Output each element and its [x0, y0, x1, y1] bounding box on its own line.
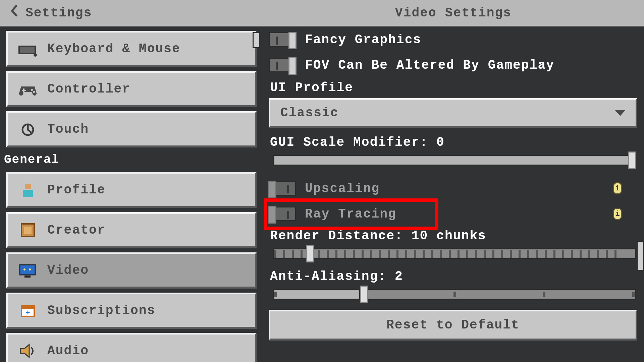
ray-tracing-label: Ray Tracing [305, 207, 396, 221]
svg-rect-9 [23, 190, 33, 197]
ui-profile-heading: UI Profile [270, 80, 637, 95]
reset-label: Reset to Default [386, 318, 520, 332]
anti-aliasing-label: Anti-Aliasing: 2 [270, 269, 637, 284]
gui-scale-label: GUI Scale Modifier: 0 [270, 135, 637, 149]
info-icon[interactable]: i [613, 208, 622, 220]
fov-label: FOV Can Be Altered By Gameplay [305, 58, 554, 72]
svg-marker-19 [20, 345, 29, 357]
svg-point-14 [23, 268, 25, 270]
reset-to-default-button[interactable]: Reset to Default [269, 310, 637, 341]
header: Settings Video Settings [0, 0, 644, 27]
upscaling-row: Upscaling i [269, 176, 637, 201]
ui-profile-value: Classic [280, 106, 339, 120]
svg-point-6 [33, 91, 35, 93]
subscriptions-icon: + [18, 302, 38, 319]
info-icon[interactable]: i [613, 182, 622, 194]
sidebar-section-general: General [0, 152, 263, 168]
fancy-graphics-toggle[interactable] [269, 32, 296, 47]
creator-icon [18, 222, 38, 239]
touch-icon [18, 121, 38, 138]
app-body: Keyboard & Mouse Controller Touch Genera… [0, 27, 644, 362]
sidebar-item-label: Creator [47, 223, 106, 237]
upscaling-label: Upscaling [305, 181, 380, 196]
svg-rect-17 [21, 306, 34, 309]
fancy-graphics-row: Fancy Graphics [269, 27, 637, 52]
anti-aliasing-slider[interactable] [273, 287, 636, 302]
chevron-left-icon [10, 4, 19, 17]
sidebar-item-controller[interactable]: Controller [6, 71, 257, 107]
sidebar-item-video[interactable]: Video [6, 252, 257, 289]
svg-rect-4 [22, 90, 26, 91]
svg-point-2 [34, 53, 37, 57]
sidebar-item-creator[interactable]: Creator [6, 212, 257, 248]
sidebar-scrollbar[interactable] [253, 32, 260, 48]
upscaling-toggle [269, 181, 296, 196]
ui-profile-dropdown[interactable]: Classic [269, 98, 637, 128]
sidebar: Keyboard & Mouse Controller Touch Genera… [0, 27, 263, 362]
video-icon [18, 262, 38, 279]
svg-point-15 [29, 268, 31, 270]
sidebar-item-label: Keyboard & Mouse [47, 42, 180, 56]
fov-toggle[interactable] [269, 58, 296, 72]
page-title: Video Settings [263, 6, 644, 20]
sidebar-item-profile[interactable]: Profile [6, 172, 257, 208]
fancy-graphics-label: Fancy Graphics [305, 33, 421, 47]
svg-rect-8 [25, 184, 31, 189]
sidebar-item-keyboard[interactable]: Keyboard & Mouse [6, 31, 257, 67]
render-distance-slider[interactable] [273, 246, 636, 261]
chevron-down-icon [615, 110, 626, 116]
sidebar-item-touch[interactable]: Touch [6, 111, 257, 147]
sidebar-item-label: Touch [47, 122, 89, 136]
svg-rect-11 [24, 227, 32, 234]
sidebar-item-label: Audio [47, 344, 89, 358]
ray-tracing-toggle [269, 206, 296, 221]
profile-icon [18, 182, 38, 198]
gui-scale-slider[interactable] [273, 153, 636, 168]
fov-row: FOV Can Be Altered By Gameplay [269, 52, 637, 78]
sidebar-item-audio[interactable]: Audio [6, 333, 257, 362]
ray-tracing-row: Ray Tracing i [269, 201, 637, 227]
svg-rect-12 [20, 265, 35, 275]
panel-scrollbar[interactable] [637, 241, 644, 271]
sidebar-item-label: Controller [47, 82, 130, 96]
render-distance-label: Render Distance: 10 chunks [270, 229, 637, 243]
sidebar-item-label: Profile [47, 183, 106, 197]
sidebar-item-subscriptions[interactable]: + Subscriptions [6, 293, 257, 329]
header-back-label[interactable]: Settings [25, 6, 92, 20]
sidebar-item-label: Video [47, 263, 89, 278]
sidebar-item-label: Subscriptions [47, 303, 155, 318]
back-button[interactable] [0, 4, 25, 22]
controller-icon [18, 81, 38, 98]
svg-rect-1 [20, 47, 35, 53]
settings-panel: Fancy Graphics FOV Can Be Altered By Gam… [263, 27, 644, 362]
keyboard-icon [18, 41, 38, 57]
audio-icon [18, 343, 38, 359]
svg-point-5 [31, 89, 33, 91]
svg-text:+: + [25, 309, 30, 317]
svg-rect-13 [24, 276, 31, 278]
